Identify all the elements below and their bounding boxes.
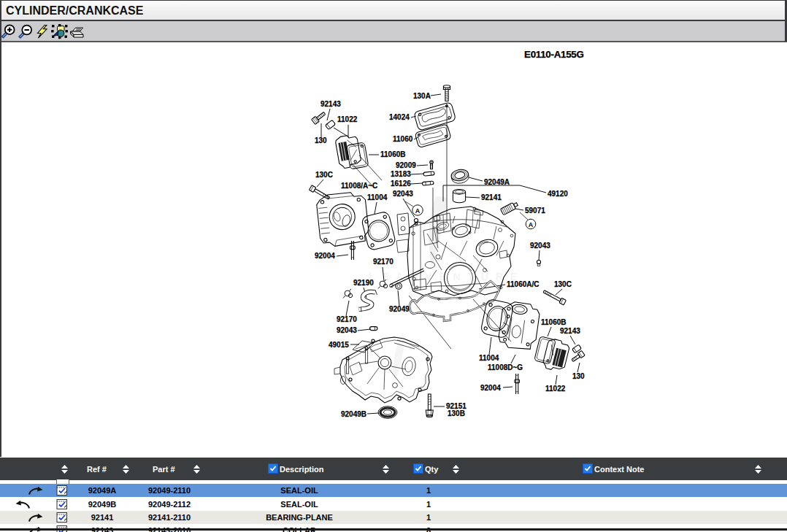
svg-text:130C: 130C xyxy=(554,280,572,288)
svg-text:11022: 11022 xyxy=(545,385,566,393)
svg-text:16126: 16126 xyxy=(391,180,411,188)
svg-text:49120: 49120 xyxy=(548,190,568,198)
svg-text:92049A: 92049A xyxy=(484,178,510,186)
svg-text:92049: 92049 xyxy=(389,305,410,313)
svg-text:14024: 14024 xyxy=(389,113,410,121)
svg-text:92190: 92190 xyxy=(353,279,374,287)
svg-text:92009: 92009 xyxy=(396,161,416,169)
svg-text:130: 130 xyxy=(572,372,585,380)
svg-text:13183: 13183 xyxy=(391,170,411,178)
svg-text:130: 130 xyxy=(315,136,327,144)
svg-text:11008/A~C: 11008/A~C xyxy=(341,182,377,190)
svg-text:92004: 92004 xyxy=(315,252,335,260)
svg-text:92043: 92043 xyxy=(337,326,357,334)
svg-text:130C: 130C xyxy=(315,171,333,179)
svg-text:92004: 92004 xyxy=(480,384,501,392)
svg-text:11004: 11004 xyxy=(479,354,499,362)
svg-text:92043: 92043 xyxy=(530,242,550,250)
svg-text:92170: 92170 xyxy=(373,258,394,266)
svg-text:11004: 11004 xyxy=(367,193,388,201)
svg-text:11022: 11022 xyxy=(337,115,358,123)
svg-text:A: A xyxy=(529,221,534,228)
svg-text:11060B: 11060B xyxy=(380,150,405,158)
svg-text:E0110-A155G: E0110-A155G xyxy=(524,49,584,60)
svg-text:92049B: 92049B xyxy=(341,410,366,418)
svg-text:11060B: 11060B xyxy=(541,318,566,326)
svg-text:11060: 11060 xyxy=(393,135,413,143)
svg-text:59071: 59071 xyxy=(525,207,545,215)
svg-text:49015: 49015 xyxy=(329,341,349,349)
svg-text:92043: 92043 xyxy=(393,190,413,198)
svg-text:11008D~G: 11008D~G xyxy=(488,363,523,371)
svg-text:130B: 130B xyxy=(448,409,465,417)
svg-text:11060A/C: 11060A/C xyxy=(507,280,539,288)
svg-text:92141: 92141 xyxy=(481,193,502,201)
svg-text:130A: 130A xyxy=(413,92,431,100)
svg-text:A: A xyxy=(415,207,421,215)
svg-text:LEADVENTURE: LEADVENTURE xyxy=(369,271,524,282)
svg-text:92143: 92143 xyxy=(560,327,580,335)
svg-text:92143: 92143 xyxy=(320,100,341,108)
svg-text:92170: 92170 xyxy=(337,315,357,323)
